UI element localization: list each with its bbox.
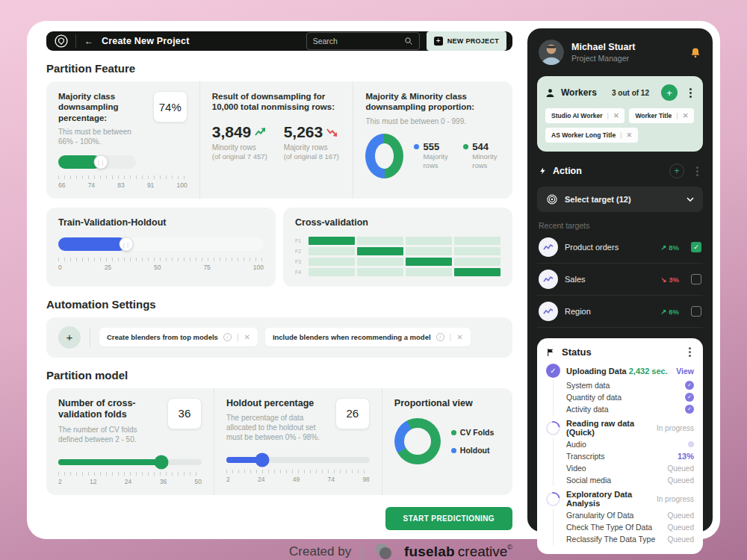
legend-cv-folds: CV Folds [451, 428, 495, 437]
downsampling-proportion-panel: Majority & Minority class downsampling p… [353, 81, 512, 199]
slider-handle[interactable] [255, 453, 269, 467]
spinner-icon [543, 489, 562, 508]
automation-chip[interactable]: Create blenders from top models i | ✕ [99, 328, 258, 346]
avatar[interactable] [539, 40, 564, 65]
target-checkbox-unchecked[interactable] [691, 306, 701, 317]
chevron-down-icon [686, 197, 694, 202]
status-subitem: Video Queued [566, 462, 694, 474]
folds-ruler: 2 12 24 36 50 [58, 472, 202, 485]
right-sidebar: Michael Stuart Project Manager Workers 3… [527, 28, 713, 532]
add-action-button[interactable]: + [669, 164, 684, 178]
status-card: Status ✓ Uploading Data 2,432 sec. View … [537, 338, 703, 554]
info-icon[interactable]: i [436, 333, 444, 341]
cv-folds-panel: Number of cross-validation folds The num… [46, 388, 214, 495]
add-setting-button[interactable]: + [58, 326, 81, 349]
holdout-slider[interactable] [226, 457, 370, 463]
lightning-icon [539, 166, 547, 176]
workers-count: 3 out of 12 [612, 89, 649, 97]
status-subitem: Social media Queued [566, 474, 694, 486]
person-icon [545, 88, 555, 98]
worker-tag[interactable]: Worker Title |✕ [629, 108, 694, 123]
chart-line-icon [539, 270, 558, 289]
action-header: Action + [537, 164, 703, 178]
holdout-panel: Holdout percentage The percentage of dat… [214, 388, 382, 495]
chart-line-icon [539, 237, 558, 257]
section-heading-partition-feature: Partition Feature [46, 62, 512, 75]
section-heading-partition-model: Partition model [46, 369, 512, 382]
start-predictioning-button[interactable]: START PREDICTIONING [385, 507, 512, 530]
target-icon [546, 193, 558, 205]
recent-targets-label: Recent targets [539, 221, 701, 230]
status-group-uploading: ✓ Uploading Data 2,432 sec. View [546, 364, 694, 378]
action-menu-icon[interactable] [696, 170, 698, 172]
bell-icon[interactable] [689, 46, 701, 59]
check-icon: ✓ [685, 405, 694, 414]
new-project-button[interactable]: + NEW PROJECT [427, 31, 506, 51]
remove-chip-icon[interactable]: ✕ [456, 333, 462, 341]
section-heading-automation: Automation Settings [46, 298, 512, 311]
folds-slider[interactable] [58, 459, 202, 465]
check-icon: ✓ [685, 381, 694, 390]
trend-up-icon: ↗ [660, 243, 666, 252]
slider-handle[interactable] [155, 455, 169, 470]
workers-menu-icon[interactable] [689, 92, 692, 94]
status-group-reading: Reading raw data (Quick) In progress [546, 419, 694, 437]
workers-card: Workers 3 out of 12 + Studio AI Worker |… [537, 76, 703, 152]
search-input[interactable]: Search [306, 32, 420, 50]
holdout-value-box[interactable]: 26 [335, 398, 370, 429]
status-subitem: Granularity Of Data Queued [566, 509, 694, 521]
target-row-region[interactable]: Region ↗ 6% [537, 296, 703, 328]
train-validation-holdout-card: Train-Validation-Holdout | | 0 25 50 75 … [46, 208, 276, 287]
tvh-slider[interactable]: | | [58, 237, 264, 251]
trend-up-icon [255, 128, 267, 137]
slider-handle[interactable]: | | [119, 237, 133, 251]
downsampling-value-box[interactable]: 74% [153, 91, 187, 122]
select-target-dropdown[interactable]: Select target (12) [537, 187, 703, 212]
holdout-ruler: 2 24 49 74 98 [226, 470, 370, 483]
worker-tag[interactable]: AS Worker Long Title |✕ [545, 128, 638, 143]
legend-holdout: Holdout [451, 446, 495, 455]
slider-handle[interactable]: | | [94, 155, 108, 169]
status-menu-icon[interactable] [689, 351, 691, 353]
pending-dot-icon [688, 441, 694, 447]
chart-line-icon [539, 302, 558, 321]
add-worker-button[interactable]: + [661, 84, 678, 101]
target-row-product-orders[interactable]: Product orders ↗ 8% ✓ [537, 231, 703, 264]
check-icon: ✓ [685, 393, 694, 402]
target-checkbox-checked[interactable]: ✓ [691, 242, 701, 252]
remove-chip-icon[interactable]: ✕ [244, 333, 249, 341]
user-role: Project Manager [571, 54, 635, 63]
proportional-view-panel: Proportional view CV Folds Holdout [382, 388, 512, 495]
back-arrow-icon[interactable]: ← [83, 36, 95, 46]
folds-value-box[interactable]: 36 [167, 398, 202, 429]
status-group-exploratory: Exploratory Data Analysis In progress [546, 490, 694, 508]
trend-down-icon: ↘ [660, 276, 666, 284]
target-row-sales[interactable]: Sales ↘ 3% [537, 264, 703, 296]
divider [75, 34, 76, 48]
profile-header: Michael Stuart Project Manager [537, 38, 703, 65]
remove-tag-icon[interactable]: ✕ [627, 131, 633, 139]
app-window: ← Create New Project Search + NEW PROJEC… [27, 21, 720, 539]
info-icon[interactable]: i [223, 333, 232, 341]
divider [90, 328, 90, 347]
trend-down-icon [326, 128, 338, 137]
worker-tag[interactable]: Studio AI Worker |✕ [545, 108, 624, 123]
app-logo-icon [54, 34, 69, 49]
status-subitem: System data ✓ [566, 379, 694, 391]
status-subitem: Reclassify The Data Type Queued [566, 533, 694, 545]
plus-icon: + [434, 37, 443, 46]
status-subitem: Transcripts 13% [566, 450, 694, 462]
check-circle-icon: ✓ [546, 364, 560, 378]
top-navbar: ← Create New Project Search + NEW PROJEC… [46, 31, 512, 51]
user-name: Michael Stuart [571, 42, 635, 52]
downsampling-slider[interactable]: | | [58, 155, 136, 169]
remove-tag-icon[interactable]: ✕ [613, 112, 619, 119]
automation-chip[interactable]: Include blenders when recommending a mod… [265, 328, 471, 346]
downsampling-ruler: 66 74 83 91 100 [58, 175, 187, 189]
automation-settings-card: + Create blenders from top models i | ✕ … [46, 317, 512, 358]
target-checkbox-unchecked[interactable] [691, 274, 701, 284]
flag-icon [546, 347, 556, 358]
remove-tag-icon[interactable]: ✕ [683, 112, 689, 119]
status-subitem: Activity data ✓ [566, 403, 694, 415]
view-link[interactable]: View [676, 367, 694, 376]
